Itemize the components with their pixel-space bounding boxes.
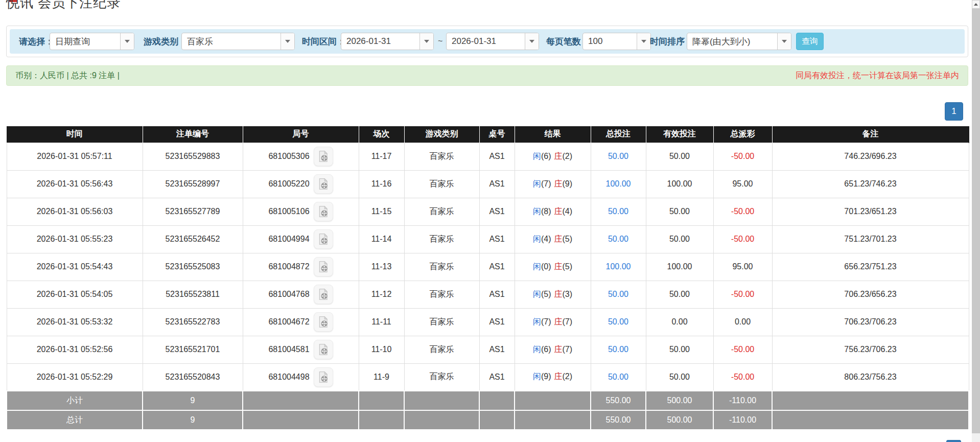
cell-session: 11-9 (359, 363, 404, 391)
cell-total-bet-link[interactable]: 50.00 (591, 336, 646, 363)
total-row: 总计 9 550.00 500.00 -110.00 (7, 410, 969, 430)
cell-remark: 651.23/746.23 (772, 170, 969, 198)
result-banker-score: (2) (563, 372, 573, 381)
chevron-down-icon[interactable] (419, 33, 433, 50)
result-banker-label: 庄 (554, 179, 563, 188)
game-type-select[interactable]: 百家乐 (181, 33, 295, 50)
cell-bet-id: 523165529883 (143, 143, 243, 170)
result-player-score: (6) (541, 345, 551, 354)
cell-total-bet-link[interactable]: 50.00 (591, 225, 646, 253)
total-valid-bet: 500.00 (646, 410, 713, 430)
per-page-value: 100 (583, 33, 637, 50)
cell-valid-bet: 50.00 (646, 198, 713, 225)
page-button-1-bottom[interactable] (946, 440, 961, 442)
result-player-label: 闲 (533, 262, 541, 271)
result-banker-score: (5) (563, 235, 573, 243)
cell-remark: 746.23/696.23 (772, 143, 969, 170)
result-banker-label: 庄 (554, 345, 563, 354)
date-to-input[interactable]: 2026-01-31 (446, 33, 539, 50)
video-replay-icon[interactable] (314, 312, 333, 332)
vertical-scrollbar[interactable] (972, 0, 980, 442)
cell-valid-bet: 50.00 (646, 225, 713, 253)
cell-round: 681005220 (243, 170, 359, 198)
cell-total-bet-link[interactable]: 50.00 (591, 281, 646, 308)
cell-table: AS1 (479, 363, 515, 391)
range-tilde: ~ (438, 37, 442, 46)
cell-remark: 701.23/651.23 (772, 198, 969, 225)
cell-remark: 756.23/706.23 (772, 336, 969, 363)
result-banker-score: (9) (563, 179, 573, 188)
result-banker-label: 庄 (554, 290, 563, 298)
cell-time: 2026-01-31 05:54:05 (7, 281, 143, 308)
subtotal-row: 小计 9 550.00 500.00 -110.00 (7, 391, 969, 410)
column-header-bet-id: 注单编号 (143, 126, 243, 143)
subtotal-count: 9 (143, 391, 243, 410)
video-replay-icon[interactable] (314, 174, 333, 194)
bet-table: 时间 注单编号 局号 场次 游戏类别 桌号 结果 总投注 有效投注 总派彩 备注… (6, 126, 969, 430)
page-button-1[interactable]: 1 (945, 102, 963, 121)
chevron-down-icon[interactable] (120, 33, 134, 50)
cell-total-bet-link[interactable]: 100.00 (591, 253, 646, 281)
cell-bet-id: 523165528997 (143, 170, 243, 198)
cell-total-bet-link[interactable]: 50.00 (591, 143, 646, 170)
result-player-score: (0) (541, 262, 551, 271)
cell-total-bet-link[interactable]: 100.00 (591, 170, 646, 198)
cell-result: 闲(7)庄(9) (515, 170, 591, 198)
chevron-down-icon[interactable] (525, 33, 539, 50)
cell-table: AS1 (479, 253, 515, 281)
result-banker-label: 庄 (554, 207, 563, 216)
video-replay-icon[interactable] (314, 367, 333, 387)
cell-time: 2026-01-31 05:52:29 (7, 363, 143, 391)
cell-game: 百家乐 (404, 225, 479, 253)
cell-bet-id: 523165526452 (143, 225, 243, 253)
video-replay-icon[interactable] (314, 229, 333, 249)
cell-remark: 751.23/701.23 (772, 225, 969, 253)
cell-round: 681004994 (243, 225, 359, 253)
video-replay-icon[interactable] (314, 257, 333, 276)
cell-session: 11-17 (359, 143, 404, 170)
subtotal-label: 小计 (7, 391, 143, 410)
cell-payout: -50.00 (713, 225, 772, 253)
cell-time: 2026-01-31 05:52:56 (7, 336, 143, 363)
cell-total-bet-link[interactable]: 50.00 (591, 363, 646, 391)
cell-valid-bet: 50.00 (646, 336, 713, 363)
cell-bet-id: 523165522783 (143, 308, 243, 336)
chevron-down-icon[interactable] (281, 33, 294, 50)
summary-bar: 币别：人民币 | 总共 :9 注单 | 同局有效投注，统一计算在该局第一张注单内 (6, 65, 968, 86)
video-replay-icon[interactable] (314, 340, 333, 359)
cell-total-bet-link[interactable]: 50.00 (591, 308, 646, 336)
cell-table: AS1 (479, 308, 515, 336)
sort-select[interactable]: 降幂(由大到小) (687, 33, 791, 50)
date-from-input[interactable]: 2026-01-31 (341, 33, 434, 50)
result-player-label: 闲 (533, 179, 541, 188)
cell-result: 闲(6)庄(2) (515, 143, 591, 170)
table-row: 2026-01-31 05:53:32 523165522783 6810046… (7, 308, 969, 336)
per-page-select[interactable]: 100 (582, 33, 651, 50)
cell-remark: 706.23/656.23 (772, 281, 969, 308)
video-replay-icon[interactable] (314, 202, 333, 221)
video-replay-icon[interactable] (314, 285, 333, 304)
time-range-label: 时间区间： (302, 36, 345, 48)
chevron-down-icon[interactable] (777, 33, 791, 50)
query-type-select[interactable]: 日期查询 (50, 33, 134, 50)
result-player-label: 闲 (533, 235, 541, 243)
column-header-time: 时间 (7, 126, 143, 143)
cell-game: 百家乐 (404, 253, 479, 281)
scrollbar-thumb[interactable] (972, 9, 980, 433)
video-replay-icon[interactable] (314, 147, 333, 166)
cell-total-bet-link[interactable]: 50.00 (591, 198, 646, 225)
cell-remark: 706.23/706.23 (772, 308, 969, 336)
cell-game: 百家乐 (404, 198, 479, 225)
scroll-up-arrow-icon[interactable] (972, 0, 980, 9)
chevron-down-icon[interactable] (637, 33, 650, 50)
filter-bar: 请选择： 日期查询 游戏类别 百家乐 时间区间： 2026-01-31 ~ 20… (10, 29, 965, 54)
cell-time: 2026-01-31 05:57:11 (7, 143, 143, 170)
cell-session: 11-10 (359, 336, 404, 363)
result-player-score: (4) (541, 235, 551, 243)
cell-game: 百家乐 (404, 281, 479, 308)
search-button[interactable]: 查询 (796, 33, 824, 50)
page-title: 悦讯 会员下注纪录 (6, 0, 121, 12)
cell-bet-id: 523165525083 (143, 253, 243, 281)
column-header-remark: 备注 (772, 126, 969, 143)
table-row: 2026-01-31 05:54:43 523165525083 6810048… (7, 253, 969, 281)
